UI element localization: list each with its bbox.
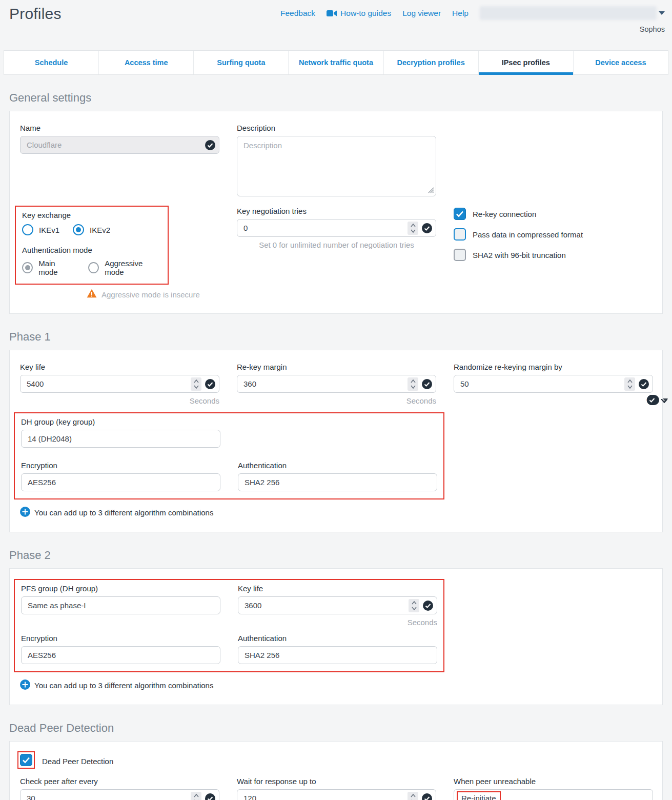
p1-randomize-input[interactable]	[454, 375, 653, 393]
radio-selected-icon	[73, 224, 84, 235]
number-stepper[interactable]	[191, 377, 201, 391]
description-label: Description	[237, 124, 436, 132]
highlight-box-reinitiate: Re-initiate	[457, 791, 501, 800]
p2-encryption-select[interactable]: AES256	[21, 646, 220, 664]
p2-key-life-input[interactable]	[238, 596, 437, 614]
radio-main-mode[interactable]: Main mode	[22, 259, 75, 276]
general-settings-panel: Name Description Ke	[9, 111, 663, 314]
caret-down-icon	[659, 11, 665, 15]
tab-decryption-profiles[interactable]: Decryption profiles	[384, 51, 479, 74]
p1-randomize-label: Randomize re-keying margin by	[454, 363, 653, 371]
number-stepper[interactable]	[408, 377, 418, 391]
key-exchange-label: Key exchange	[22, 211, 161, 219]
p1-key-life-label: Key life	[20, 363, 219, 371]
sha2-truncation-checkbox-row[interactable]: SHA2 with 96-bit truncation	[454, 249, 653, 261]
phase2-panel: PFS group (DH group) Same as phase-I Key…	[9, 568, 663, 705]
number-stepper[interactable]	[409, 599, 419, 612]
account-name-redacted	[480, 6, 657, 20]
p2-key-life-unit: Seconds	[238, 618, 437, 627]
check-badge-icon	[422, 223, 432, 233]
key-negotiation-input[interactable]	[237, 219, 436, 237]
header-right: Feedback How-to guides Log viewer Help S…	[280, 6, 665, 33]
number-stepper[interactable]	[191, 792, 201, 800]
p1-add-combination[interactable]: You can add up to 3 different algorithm …	[20, 507, 652, 518]
check-badge-icon	[639, 379, 649, 389]
p2-authentication-select[interactable]: SHA2 256	[238, 646, 437, 664]
name-label: Name	[20, 124, 219, 132]
dpd-check-peer-input[interactable]	[20, 789, 219, 800]
number-stepper[interactable]	[408, 222, 418, 235]
p1-rekey-margin-input[interactable]	[237, 375, 436, 393]
check-badge-icon	[205, 379, 215, 389]
p2-pfs-group-select[interactable]: Same as phase-I	[21, 596, 220, 614]
p1-authentication-label: Authentication	[238, 461, 437, 470]
radio-icon	[22, 224, 33, 235]
p1-key-life-unit: Seconds	[20, 396, 219, 405]
tab-bar: Schedule Access time Surfing quota Netwo…	[4, 50, 668, 75]
rekey-connection-checkbox-row[interactable]: Re-key connection	[454, 208, 653, 220]
key-negotiation-help: Set 0 for unlimited number of negotiatio…	[237, 241, 436, 249]
p1-dh-group-label: DH group (key group)	[21, 417, 220, 426]
check-badge-icon	[205, 140, 215, 150]
phase1-heading: Phase 1	[9, 330, 663, 344]
dpd-panel: Dead Peer Detection Check peer after eve…	[9, 741, 663, 800]
log-viewer-link[interactable]: Log viewer	[402, 9, 441, 18]
p2-add-combination[interactable]: You can add up to 3 different algorithm …	[20, 679, 652, 691]
phase2-heading: Phase 2	[9, 549, 663, 562]
tab-device-access[interactable]: Device access	[574, 51, 668, 74]
p2-authentication-label: Authentication	[238, 634, 437, 643]
plus-icon	[20, 679, 30, 691]
how-to-guides-link[interactable]: How-to guides	[327, 9, 391, 18]
tab-schedule[interactable]: Schedule	[4, 51, 99, 74]
p1-key-life-input[interactable]	[20, 375, 219, 393]
highlight-box-phase1-algorithms: DH group (key group) 14 (DH2048) Encrypt…	[14, 412, 444, 499]
radio-ikev2[interactable]: IKEv2	[73, 224, 110, 235]
warning-icon	[87, 289, 97, 300]
aggressive-mode-warning: Aggressive mode is insecure	[101, 290, 200, 299]
feedback-link[interactable]: Feedback	[280, 9, 315, 18]
radio-ikev1[interactable]: IKEv1	[22, 224, 59, 235]
check-badge-icon	[422, 379, 432, 389]
check-badge-icon	[423, 601, 433, 611]
check-badge-icon	[205, 793, 215, 800]
highlight-box-dpd-checkbox	[17, 751, 35, 769]
radio-icon	[88, 262, 99, 273]
checkbox-unchecked-icon	[454, 228, 466, 241]
checkbox-unchecked-icon	[454, 249, 466, 261]
name-input[interactable]	[20, 136, 219, 154]
description-textarea[interactable]	[237, 136, 436, 196]
tab-network-traffic-quota[interactable]: Network traffic quota	[289, 51, 383, 74]
pass-data-compressed-checkbox-row[interactable]: Pass data in compressed format	[454, 228, 653, 241]
chevron-down-icon	[661, 396, 668, 405]
checkbox-checked-icon	[454, 208, 466, 220]
dpd-checkbox[interactable]	[20, 754, 32, 766]
tab-surfing-quota[interactable]: Surfing quota	[194, 51, 289, 74]
p1-randomize-unit: %	[454, 396, 653, 405]
account-menu[interactable]	[480, 6, 665, 20]
dpd-enable-label: Dead Peer Detection	[42, 757, 113, 766]
number-stepper[interactable]	[624, 377, 635, 391]
phase1-panel: Key life Seconds Re-key margin Seconds	[9, 350, 663, 532]
highlight-box-key-exchange: Key exchange IKEv1 IKEv2 Authentication …	[15, 206, 169, 285]
general-settings-heading: General settings	[9, 91, 663, 105]
plus-icon	[20, 507, 30, 518]
highlight-box-phase2-algorithms: PFS group (DH group) Same as phase-I Key…	[14, 579, 444, 672]
help-link[interactable]: Help	[452, 9, 469, 18]
dpd-when-unreachable-select[interactable]: Re-initiate	[454, 789, 653, 800]
dpd-heading: Dead Peer Detection	[9, 722, 663, 735]
radio-aggressive-mode[interactable]: Aggressive mode	[88, 259, 161, 276]
dpd-wait-response-label: Wait for response up to	[237, 777, 436, 786]
p1-authentication-select[interactable]: SHA2 256	[238, 473, 437, 491]
tab-access-time[interactable]: Access time	[99, 51, 194, 74]
tab-ipsec-profiles[interactable]: IPsec profiles	[479, 51, 574, 74]
key-negotiation-label: Key negotiation tries	[237, 207, 436, 215]
video-camera-icon	[327, 10, 337, 17]
p2-encryption-label: Encryption	[21, 634, 220, 643]
p1-encryption-select[interactable]: AES256	[21, 473, 220, 491]
auth-mode-radio-group: Main mode Aggressive mode	[22, 259, 161, 276]
dpd-wait-response-input[interactable]	[237, 789, 436, 800]
number-stepper[interactable]	[408, 792, 418, 800]
p1-dh-group-select[interactable]: 14 (DH2048)	[21, 430, 220, 448]
p1-encryption-label: Encryption	[21, 461, 220, 470]
header: Profiles Feedback How-to guides Log view…	[0, 0, 672, 50]
